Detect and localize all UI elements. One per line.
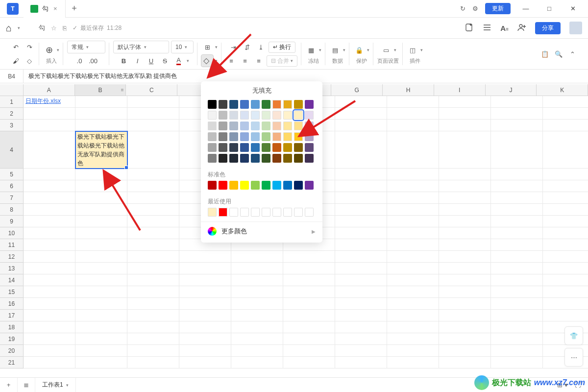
color-swatch[interactable] bbox=[272, 143, 281, 152]
row-header[interactable]: 6 bbox=[0, 180, 24, 192]
cell[interactable] bbox=[335, 180, 387, 192]
color-swatch[interactable] bbox=[251, 111, 260, 120]
cell[interactable] bbox=[387, 131, 439, 169]
home-icon[interactable]: ⌂ bbox=[6, 23, 12, 34]
cell-link[interactable]: 日期年份.xlsx bbox=[24, 96, 75, 108]
cell[interactable] bbox=[387, 251, 439, 263]
cell[interactable] bbox=[179, 357, 231, 368]
edit-note-icon[interactable] bbox=[465, 23, 474, 33]
theme-shirt-icon[interactable]: 👕 bbox=[564, 326, 583, 345]
cell[interactable] bbox=[231, 298, 283, 310]
clear-format-icon[interactable]: ◇ bbox=[24, 55, 35, 67]
cell[interactable] bbox=[439, 357, 491, 368]
color-swatch[interactable] bbox=[208, 208, 217, 217]
cell[interactable] bbox=[75, 298, 127, 310]
cell[interactable] bbox=[439, 192, 491, 204]
cell[interactable] bbox=[24, 345, 75, 357]
cell[interactable] bbox=[387, 263, 439, 274]
cell[interactable] bbox=[127, 286, 179, 298]
cell[interactable] bbox=[543, 251, 588, 263]
cell[interactable] bbox=[387, 108, 439, 120]
row-header[interactable]: 15 bbox=[0, 286, 24, 298]
color-swatch[interactable] bbox=[262, 181, 270, 190]
row-header[interactable]: 10 bbox=[0, 227, 24, 239]
valign-middle-icon[interactable]: ⇵ bbox=[241, 41, 253, 53]
row-header[interactable]: 11 bbox=[0, 239, 24, 251]
cell[interactable] bbox=[491, 120, 543, 131]
cell[interactable] bbox=[491, 274, 543, 286]
data-icon[interactable]: ▤ bbox=[329, 44, 341, 56]
cell[interactable] bbox=[387, 204, 439, 216]
cell[interactable] bbox=[335, 345, 387, 357]
strikethrough-button[interactable]: S bbox=[159, 55, 171, 67]
row-header[interactable]: 1 bbox=[0, 96, 24, 108]
row-header[interactable]: 14 bbox=[0, 274, 24, 286]
cell[interactable] bbox=[387, 169, 439, 180]
cell[interactable] bbox=[127, 96, 179, 108]
column-header[interactable]: J bbox=[486, 84, 537, 96]
color-swatch[interactable] bbox=[251, 208, 260, 217]
cell[interactable] bbox=[387, 216, 439, 227]
cell[interactable] bbox=[75, 263, 127, 274]
column-header[interactable]: I bbox=[434, 84, 486, 96]
color-swatch[interactable] bbox=[294, 154, 303, 163]
cell[interactable] bbox=[439, 96, 491, 108]
cell[interactable] bbox=[127, 120, 179, 131]
cell[interactable] bbox=[231, 333, 283, 345]
cell[interactable] bbox=[75, 274, 127, 286]
color-swatch[interactable] bbox=[262, 143, 270, 152]
row-header[interactable]: 19 bbox=[0, 333, 24, 345]
cell[interactable] bbox=[24, 274, 75, 286]
cell[interactable] bbox=[283, 251, 335, 263]
cell[interactable] bbox=[24, 204, 75, 216]
color-swatch[interactable] bbox=[219, 181, 227, 190]
cell[interactable] bbox=[127, 321, 179, 333]
cell[interactable] bbox=[231, 357, 283, 368]
cell[interactable] bbox=[127, 310, 179, 321]
cell[interactable] bbox=[335, 108, 387, 120]
cell[interactable] bbox=[439, 216, 491, 227]
plugins-icon[interactable]: ◫ bbox=[407, 44, 418, 56]
cell[interactable] bbox=[75, 96, 127, 108]
column-header[interactable]: C bbox=[126, 84, 177, 96]
cell[interactable] bbox=[75, 204, 127, 216]
cell[interactable] bbox=[387, 321, 439, 333]
cell[interactable] bbox=[24, 180, 75, 192]
cell[interactable] bbox=[283, 263, 335, 274]
cell[interactable] bbox=[283, 345, 335, 357]
row-header[interactable]: 5 bbox=[0, 169, 24, 180]
cell[interactable] bbox=[543, 298, 588, 310]
valign-top-icon[interactable]: ⇥ bbox=[227, 41, 239, 53]
home-dropdown-icon[interactable]: ▾ bbox=[18, 25, 20, 30]
cell[interactable] bbox=[387, 239, 439, 251]
align-left-icon[interactable]: ≡ bbox=[225, 55, 237, 67]
cell[interactable] bbox=[24, 169, 75, 180]
cell[interactable] bbox=[283, 333, 335, 345]
color-swatch[interactable] bbox=[208, 154, 217, 163]
cell[interactable] bbox=[75, 321, 127, 333]
cell[interactable] bbox=[335, 321, 387, 333]
cell[interactable] bbox=[543, 216, 588, 227]
cell[interactable] bbox=[543, 204, 588, 216]
cell[interactable] bbox=[179, 310, 231, 321]
color-swatch[interactable] bbox=[283, 208, 292, 217]
column-header[interactable]: B≡ bbox=[75, 84, 126, 96]
cell[interactable] bbox=[283, 310, 335, 321]
maximize-window-icon[interactable]: □ bbox=[541, 1, 558, 16]
increase-decimal-button[interactable]: .00 bbox=[87, 55, 99, 67]
insert-plus-icon[interactable]: ⊕ bbox=[43, 44, 55, 56]
color-swatch[interactable] bbox=[272, 100, 281, 109]
cell[interactable] bbox=[24, 333, 75, 345]
color-swatch[interactable] bbox=[294, 122, 303, 130]
cell[interactable] bbox=[387, 286, 439, 298]
search-icon[interactable]: 🔍 bbox=[553, 48, 564, 60]
cell[interactable] bbox=[439, 180, 491, 192]
cell[interactable] bbox=[491, 227, 543, 239]
cell[interactable] bbox=[439, 169, 491, 180]
cell[interactable] bbox=[75, 227, 127, 239]
cell[interactable] bbox=[231, 310, 283, 321]
sheet-menu-icon[interactable]: ▾ bbox=[66, 383, 69, 388]
cell[interactable] bbox=[283, 286, 335, 298]
row-header[interactable]: 20 bbox=[0, 345, 24, 357]
document-tab[interactable]: 勾 × bbox=[24, 0, 66, 18]
